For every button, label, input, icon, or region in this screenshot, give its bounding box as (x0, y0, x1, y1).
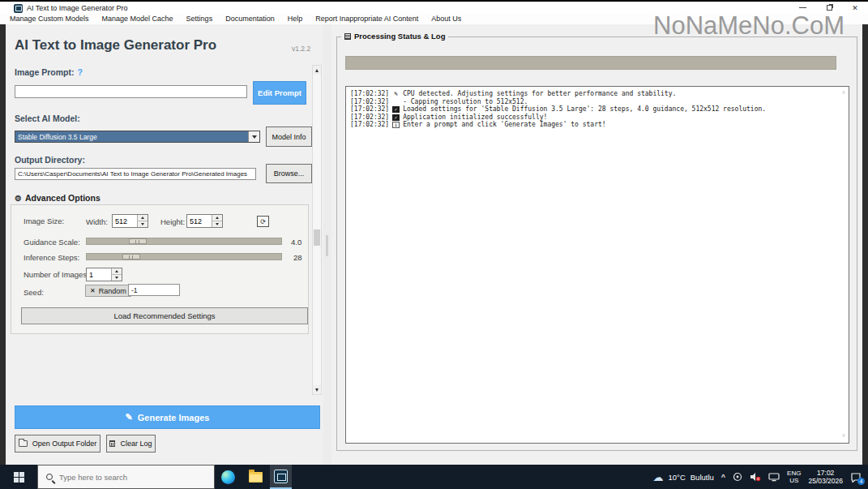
output-directory-input[interactable] (15, 168, 256, 180)
prompt-label-text: Image Prompt: (15, 67, 75, 77)
inference-steps-slider[interactable] (86, 253, 282, 260)
window-title: AI Text to Image Generator Pro (27, 4, 127, 12)
language-line2: US (787, 477, 801, 484)
generate-images-button[interactable]: ✎ Generate Images (15, 405, 320, 429)
guidance-scale-slider[interactable] (86, 238, 282, 245)
log-check-icon: ✓ (392, 114, 400, 121)
taskbar-search[interactable] (37, 465, 215, 489)
generate-images-label: Generate Images (138, 413, 210, 423)
prompt-label: Image Prompt:? (15, 67, 83, 77)
language-line1: ENG (787, 470, 801, 477)
processing-status-title: Processing Status & Log (354, 32, 445, 41)
menu-item[interactable]: Help (281, 15, 310, 23)
open-output-folder-label: Open Output Folder (32, 440, 97, 448)
width-spin-up-icon[interactable] (138, 215, 148, 221)
browse-button[interactable]: Browse... (266, 164, 312, 183)
left-panel-scrollbar[interactable] (312, 65, 322, 395)
clock[interactable]: 17:02 25/03/2026 (808, 469, 843, 485)
log-timestamp: [17:02:32] (350, 105, 389, 114)
number-of-images-input[interactable] (87, 268, 111, 281)
log-info-icon: i (392, 122, 400, 128)
weather-temp: 10°C (669, 473, 686, 482)
chevron-down-icon[interactable] (248, 131, 259, 142)
number-of-images-label: Number of Images: (24, 270, 89, 279)
inference-steps-value: 28 (293, 253, 302, 262)
inference-steps-label: Inference Steps: (24, 253, 79, 262)
start-button[interactable] (0, 465, 37, 489)
load-recommended-settings-button[interactable]: Load Recommended Settings (21, 307, 308, 324)
checkbox-checked-icon: ✕ (90, 287, 96, 294)
weather-widget[interactable]: ☁ 10°C Bulutlu (653, 472, 714, 483)
height-stepper[interactable] (186, 214, 223, 228)
log-timestamp: [17:02:32] (350, 98, 389, 106)
help-icon[interactable]: ? (78, 67, 83, 77)
app-taskbar-icon[interactable] (270, 465, 292, 489)
scroll-down-icon[interactable] (313, 385, 321, 394)
scroll-up-icon[interactable] (313, 66, 321, 75)
log-message: Loaded settings for 'Stable Diffusion 3.… (403, 105, 766, 114)
log-line: [17:02:32]iEnter a prompt and click 'Gen… (350, 121, 844, 129)
menu-item[interactable]: Settings (180, 15, 220, 23)
watermark: NoNaMeNo.CoM (653, 11, 844, 41)
network-display-icon[interactable] (768, 472, 780, 482)
file-explorer-icon[interactable] (243, 465, 267, 489)
num-images-spin-up-icon[interactable] (112, 268, 122, 275)
clock-date: 25/03/2026 (808, 477, 843, 485)
folder-icon (19, 440, 28, 447)
speaker-muted-icon[interactable] (750, 472, 761, 482)
panel-splitter[interactable] (323, 24, 331, 465)
output-directory-label: Output Directory: (15, 155, 85, 165)
weather-desc: Bulutlu (691, 473, 714, 482)
menu-item[interactable]: Report Inappropriate AI Content (309, 15, 425, 23)
search-icon (46, 474, 53, 480)
log-scroll-up-icon[interactable]: ∧ (842, 89, 845, 97)
menu-item[interactable]: Manage Custom Models (3, 15, 96, 23)
edit-prompt-button[interactable]: Edit Prompt (253, 81, 306, 105)
log-line: [17:02:32]✎CPU detected. Adjusting setti… (350, 90, 844, 98)
model-info-button[interactable]: Model Info (266, 127, 312, 147)
menu-item[interactable]: Documentation (219, 15, 281, 23)
app-icon (14, 4, 23, 13)
reset-size-icon[interactable]: ⟳ (257, 216, 269, 227)
model-label: Select AI Model: (15, 114, 80, 123)
height-spin-down-icon[interactable] (212, 221, 222, 227)
log-spacer (392, 98, 400, 105)
clear-log-button[interactable]: Clear Log (106, 435, 156, 453)
width-spin-down-icon[interactable] (138, 221, 148, 227)
close-button[interactable]: ✕ (843, 2, 867, 14)
guidance-slider-thumb[interactable] (129, 238, 147, 244)
menu-item[interactable]: Manage Model Cache (96, 15, 180, 23)
log-message: Enter a prompt and click 'Generate Image… (403, 121, 605, 129)
sync-tray-icon[interactable] (733, 472, 742, 482)
page-title: AI Text to Image Generator Pro (15, 37, 216, 54)
log-scroll-down-icon[interactable]: ∨ (842, 432, 845, 440)
maximize-icon (827, 5, 832, 11)
seed-input[interactable] (128, 284, 180, 296)
height-spin-up-icon[interactable] (212, 215, 222, 221)
system-tray: ☁ 10°C Bulutlu ^ ENG US 17:02 25/03/2026 (653, 465, 862, 489)
notification-center-icon[interactable]: 4 (850, 472, 862, 483)
prompt-input[interactable] (15, 85, 247, 98)
scrollbar-thumb[interactable] (314, 229, 320, 246)
model-select-value: Stable Diffusion 3.5 Large (18, 133, 97, 141)
guidance-scale-label: Guidance Scale: (24, 238, 80, 247)
search-input[interactable] (59, 473, 181, 482)
open-output-folder-button[interactable]: Open Output Folder (15, 435, 100, 453)
width-input[interactable] (113, 215, 137, 227)
log-area[interactable]: ∧ ∨ [17:02:32]✎CPU detected. Adjusting s… (345, 86, 849, 444)
advanced-options-group: Image Size: Width: Height: ⟳ Guidance Sc… (11, 204, 309, 334)
menu-item[interactable]: About Us (425, 15, 468, 23)
random-seed-checkbox[interactable]: ✕ Random (85, 285, 131, 297)
trash-icon (109, 440, 115, 447)
language-indicator[interactable]: ENG US (787, 470, 801, 484)
seed-label: Seed: (24, 288, 44, 297)
model-select[interactable]: Stable Diffusion 3.5 Large (15, 131, 260, 143)
log-message: CPU detected. Adjusting settings for bet… (403, 90, 676, 98)
edge-browser-icon[interactable] (216, 465, 240, 489)
height-input[interactable] (187, 215, 212, 227)
chevron-up-icon[interactable]: ^ (721, 473, 725, 481)
steps-slider-thumb[interactable] (122, 254, 140, 260)
number-of-images-stepper[interactable] (86, 268, 122, 281)
num-images-spin-down-icon[interactable] (112, 275, 122, 281)
width-stepper[interactable] (112, 214, 148, 228)
